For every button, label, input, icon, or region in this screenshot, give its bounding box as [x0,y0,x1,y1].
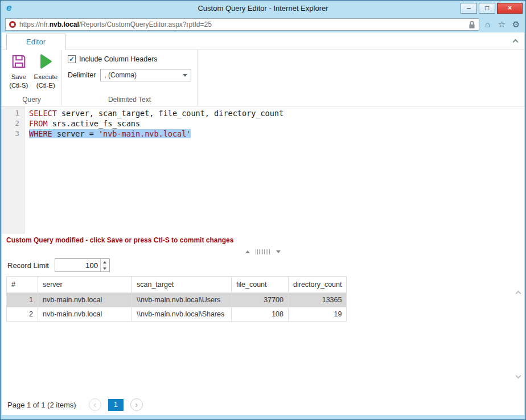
ribbon-group-delimited-text: ✓ Include Column Headers Delimiter , (Co… [62,50,198,106]
address-bar[interactable]: https://nfr.nvb.local/Reports/CustomQuer… [5,18,479,31]
include-column-headers-checkbox[interactable]: ✓ [68,55,76,63]
ribbon-group-query: Save (Ctl-S) Execute (Ctl-E) Query [2,50,62,106]
line-number: 1 [2,108,24,118]
site-favicon-icon [9,21,16,28]
window-title: Custom Query Editor - Internet Explorer [198,4,328,13]
results-grid: #serverscan_targetfile_countdirectory_co… [6,276,524,322]
table-cell: 1 [7,293,38,307]
pager-next-button[interactable]: › [130,398,143,411]
execute-label: Execute [34,73,57,81]
execute-button[interactable]: Execute (Ctl-E) [34,53,59,89]
table-cell: \\nvb-main.nvb.local\Shares [132,307,232,322]
save-floppy-icon [10,53,27,72]
code-line[interactable]: SELECT server, scan_target, file_count, … [29,108,524,118]
stepper-up-icon [103,261,106,263]
home-icon[interactable]: ⌂ [482,18,494,31]
ie-logo-icon: e [6,1,11,15]
column-header[interactable]: directory_count [289,277,347,293]
table-cell: 19 [289,307,347,322]
url-path: /Reports/CustomQueryEditor.aspx?rptId=25 [79,20,212,28]
url-text: https://nfr.nvb.local/Reports/CustomQuer… [19,20,212,28]
column-header[interactable]: file_count [232,277,289,293]
include-column-headers-label: Include Column Headers [79,55,158,63]
page-content: Editor Save (Ctl-S) [2,32,524,415]
sql-editor[interactable]: 123 SELECT server, scan_target, file_cou… [2,106,524,234]
table-cell: 108 [232,307,289,322]
execute-shortcut: (Ctl-E) [36,82,55,89]
pager-summary: Page 1 of 1 (2 items) [7,401,76,409]
ssl-lock-icon [469,20,475,29]
maximize-button[interactable]: □ [479,3,495,14]
table-cell: 37700 [232,293,289,307]
execute-play-icon [37,53,54,72]
table-row[interactable]: 1nvb-main.nvb.local\\nvb-main.nvb.local\… [7,293,347,307]
record-limit-input[interactable] [55,259,100,271]
editor-code[interactable]: SELECT server, scan_target, file_count, … [24,108,524,139]
close-button[interactable]: × [497,3,523,14]
splitter-grip-icon[interactable] [256,249,270,254]
address-row: https://nfr.nvb.local/Reports/CustomQuer… [1,17,525,32]
splitter-up-icon[interactable] [245,250,250,253]
delimiter-label: Delimiter [68,71,96,79]
scroll-down-icon[interactable] [516,373,521,379]
column-header[interactable]: server [38,277,132,293]
save-shortcut: (Ctl-S) [9,82,28,89]
delimited-text-group-label: Delimited Text [62,96,197,106]
editor-gutter: 123 [2,108,24,139]
url-subdomain: nfr. [40,20,50,28]
grid-body: 1nvb-main.nvb.local\\nvb-main.nvb.local\… [7,293,347,322]
column-header[interactable]: scan_target [132,277,232,293]
record-limit-row: Record Limit [2,257,524,274]
tools-gear-icon[interactable]: ⚙ [510,18,522,31]
record-limit-label: Record Limit [7,261,49,270]
tab-row: Editor [2,32,524,50]
code-line[interactable]: WHERE server = 'nvb-main.nvb.local' [29,129,524,139]
save-button[interactable]: Save (Ctl-S) [6,53,31,89]
table-cell: 2 [7,307,38,322]
pager-current-page[interactable]: 1 [108,399,124,411]
save-label: Save [11,73,26,81]
table-cell: \\nvb-main.nvb.local\Users [132,293,232,307]
url-scheme: https:// [19,20,40,28]
collapse-ribbon-icon[interactable] [513,39,519,45]
pane-splitter[interactable] [2,246,524,257]
record-limit-stepper[interactable] [55,258,110,272]
minimize-button[interactable]: – [461,3,477,14]
grid-header-row: #serverscan_targetfile_countdirectory_co… [7,277,347,293]
title-bar: e Custom Query Editor - Internet Explore… [1,1,525,17]
line-number: 2 [2,118,24,129]
ribbon-toolbar: Save (Ctl-S) Execute (Ctl-E) Query [2,50,524,106]
chevron-down-icon [183,74,187,77]
table-cell: nvb-main.nvb.local [38,307,132,322]
tab-editor[interactable]: Editor [6,34,65,50]
browser-window: e Custom Query Editor - Internet Explore… [0,0,526,420]
delimiter-dropdown[interactable]: , (Comma) [100,69,191,81]
table-cell: 13365 [289,293,347,307]
line-number: 3 [2,129,24,139]
table-cell: nvb-main.nvb.local [38,293,132,307]
stepper-down-button[interactable] [101,265,109,271]
table-row[interactable]: 2nvb-main.nvb.local\\nvb-main.nvb.local\… [7,307,347,322]
code-line[interactable]: FROM srs.active_fs_scans [29,118,524,129]
favorites-star-icon[interactable]: ☆ [496,18,508,31]
stepper-up-button[interactable] [101,259,109,265]
stepper-down-icon [103,267,106,270]
column-header[interactable]: # [7,277,38,293]
status-message: Custom Query modified - click Save or pr… [2,234,524,246]
pager: Page 1 of 1 (2 items) ‹ 1 › [2,394,524,415]
delimiter-value: , (Comma) [104,71,137,79]
query-group-label: Query [2,96,61,106]
pager-prev-button[interactable]: ‹ [89,398,101,411]
url-domain: nvb.local [50,20,79,28]
splitter-down-icon[interactable] [276,250,281,253]
